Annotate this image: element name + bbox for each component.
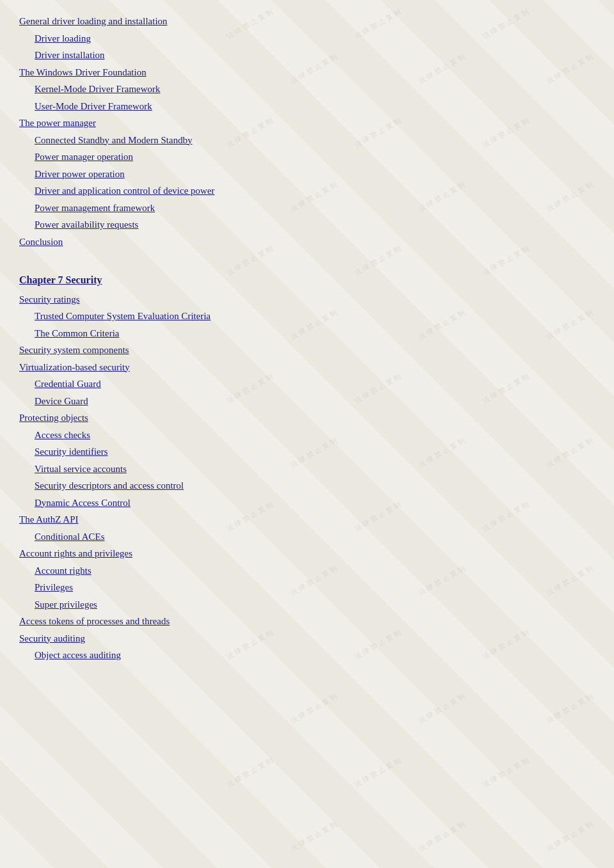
toc-item: Security ratings bbox=[19, 292, 595, 308]
toc-item: Virtual service accounts bbox=[35, 461, 595, 478]
toc-item: Driver loading bbox=[35, 31, 595, 47]
toc-link[interactable]: Driver power operation bbox=[35, 169, 125, 179]
toc-item: Kernel-Mode Driver Framework bbox=[35, 81, 595, 98]
toc-item: Access tokens of processes and threads bbox=[19, 613, 595, 630]
toc-link[interactable]: Power manager operation bbox=[35, 152, 133, 162]
toc-link[interactable]: User-Mode Driver Framework bbox=[35, 101, 152, 111]
toc-link[interactable]: Driver installation bbox=[35, 50, 105, 60]
toc-link[interactable]: Security system components bbox=[19, 345, 129, 355]
chapter-link[interactable]: Chapter 7 Security bbox=[19, 274, 102, 285]
watermark-text: 法 律 禁 止 复 制 bbox=[481, 755, 531, 790]
toc-link[interactable]: Conclusion bbox=[19, 237, 63, 247]
toc-item: Conclusion bbox=[19, 234, 595, 251]
toc-item: The AuthZ API bbox=[19, 512, 595, 528]
toc-link[interactable]: Virtualization-based security bbox=[19, 362, 130, 372]
toc-link[interactable]: Access checks bbox=[35, 430, 90, 440]
toc-link[interactable]: General driver loading and installation bbox=[19, 16, 168, 26]
toc-item: The Common Criteria bbox=[35, 326, 595, 342]
toc-link[interactable]: Device Guard bbox=[35, 396, 88, 406]
toc-item: The Windows Driver Foundation bbox=[19, 65, 595, 81]
toc-link[interactable]: Trusted Computer System Evaluation Crite… bbox=[35, 311, 210, 321]
toc-link[interactable]: The Common Criteria bbox=[35, 328, 119, 338]
watermark-text: 法 律 禁 止 复 制 bbox=[289, 819, 339, 854]
toc-item: User-Mode Driver Framework bbox=[35, 99, 595, 115]
watermark-text: 法 律 禁 止 复 制 bbox=[417, 691, 467, 726]
toc-link[interactable]: Account rights bbox=[35, 565, 91, 576]
toc-item: The power manager bbox=[19, 115, 595, 132]
toc-item: Protecting objects bbox=[19, 410, 595, 427]
toc-item: Security system components bbox=[19, 342, 595, 359]
toc-item: Object access auditing bbox=[35, 647, 595, 664]
toc-item: Conditional ACEs bbox=[35, 529, 595, 546]
watermark-text: 法 律 禁 止 复 制 bbox=[545, 691, 595, 726]
watermark-text: 法 律 禁 止 复 制 bbox=[225, 755, 275, 790]
toc-link[interactable]: Account rights and privileges bbox=[19, 548, 132, 558]
toc-link[interactable]: Driver and application control of device… bbox=[35, 185, 215, 196]
toc-item: Connected Standby and Modern Standby bbox=[35, 132, 595, 149]
toc-item: Security identifiers bbox=[35, 444, 595, 461]
toc-content: General driver loading and installationD… bbox=[19, 13, 595, 664]
toc-item: Privileges bbox=[35, 580, 595, 596]
toc-link[interactable]: Protecting objects bbox=[19, 413, 88, 423]
toc-link[interactable]: Privileges bbox=[35, 582, 73, 592]
chapter-heading: Chapter 7 Security bbox=[19, 271, 595, 289]
toc-item: Security descriptors and access control bbox=[35, 478, 595, 494]
toc-item: Credential Guard bbox=[35, 376, 595, 393]
toc-link[interactable]: Connected Standby and Modern Standby bbox=[35, 135, 193, 145]
toc-link[interactable]: Kernel-Mode Driver Framework bbox=[35, 84, 161, 94]
toc-item: Power management framework bbox=[35, 200, 595, 217]
toc-link[interactable]: Security auditing bbox=[19, 633, 85, 643]
watermark-text: 法 律 禁 止 复 制 bbox=[353, 755, 403, 790]
toc-item: Power availability requests bbox=[35, 217, 595, 233]
toc-link[interactable]: Conditional ACEs bbox=[35, 532, 105, 542]
toc-item: Trusted Computer System Evaluation Crite… bbox=[35, 308, 595, 325]
toc-item: General driver loading and installation bbox=[19, 13, 595, 30]
toc-item: Driver power operation bbox=[35, 166, 595, 183]
toc-link[interactable]: Security identifiers bbox=[35, 446, 108, 457]
toc-item: Driver installation bbox=[35, 47, 595, 64]
watermark-text: 法 律 禁 止 复 制 bbox=[417, 819, 467, 854]
toc-item: Driver and application control of device… bbox=[35, 183, 595, 200]
toc-link[interactable]: Dynamic Access Control bbox=[35, 498, 130, 508]
toc-link[interactable]: The AuthZ API bbox=[19, 514, 79, 525]
toc-link[interactable]: Driver loading bbox=[35, 33, 91, 43]
toc-link[interactable]: The power manager bbox=[19, 118, 96, 128]
toc-item: Device Guard bbox=[35, 393, 595, 410]
toc-item: Account rights and privileges bbox=[19, 546, 595, 562]
toc-link[interactable]: Security ratings bbox=[19, 294, 80, 304]
toc-item: Access checks bbox=[35, 427, 595, 444]
toc-link[interactable]: Super privileges bbox=[35, 599, 97, 610]
toc-item: Security auditing bbox=[19, 631, 595, 647]
toc-link[interactable]: Power availability requests bbox=[35, 219, 138, 230]
toc-item: Super privileges bbox=[35, 597, 595, 613]
toc-link[interactable]: Security descriptors and access control bbox=[35, 480, 184, 491]
toc-link[interactable]: Access tokens of processes and threads bbox=[19, 616, 169, 626]
toc-link[interactable]: The Windows Driver Foundation bbox=[19, 67, 146, 77]
toc-item: Dynamic Access Control bbox=[35, 495, 595, 512]
toc-link[interactable]: Credential Guard bbox=[35, 379, 101, 389]
toc-item: Account rights bbox=[35, 563, 595, 580]
toc-link[interactable]: Virtual service accounts bbox=[35, 464, 127, 474]
watermark-text: 法 律 禁 止 复 制 bbox=[289, 691, 339, 726]
watermark-text: 法 律 禁 止 复 制 bbox=[545, 819, 595, 854]
toc-item: Virtualization-based security bbox=[19, 359, 595, 376]
toc-link[interactable]: Power management framework bbox=[35, 203, 155, 213]
toc-item: Power manager operation bbox=[35, 149, 595, 166]
toc-link[interactable]: Object access auditing bbox=[35, 650, 121, 660]
